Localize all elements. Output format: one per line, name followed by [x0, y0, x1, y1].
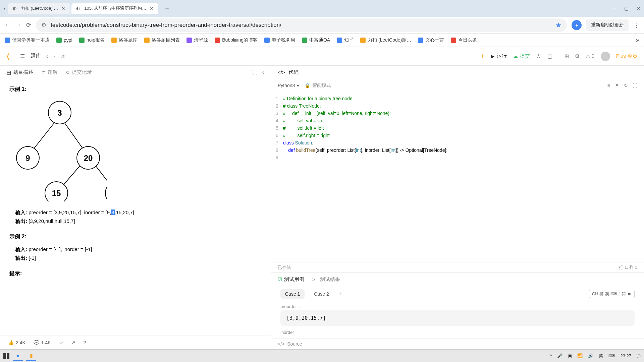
- maximize-button[interactable]: ▢: [624, 6, 629, 11]
- bookmark-item[interactable]: 今日头条: [451, 37, 477, 43]
- reload-button[interactable]: ⟳: [26, 21, 31, 29]
- example1-io: 输入: preorder = [3,9,20,15,7], inorder = …: [15, 208, 261, 225]
- layout-icon[interactable]: ⊞: [565, 53, 569, 59]
- timer-icon[interactable]: ⏱: [536, 53, 541, 59]
- minimize-button[interactable]: —: [611, 6, 616, 11]
- smart-mode-label[interactable]: 🔒 智能模式: [305, 82, 331, 88]
- tray-wifi-icon[interactable]: 📶: [577, 353, 583, 358]
- new-tab-button[interactable]: +: [162, 3, 172, 14]
- expand-icon[interactable]: ⛶: [252, 69, 258, 75]
- bookmark-item[interactable]: 洛谷题目列表: [144, 37, 180, 43]
- tray-clock[interactable]: 23:27: [620, 353, 631, 358]
- format-icon[interactable]: ≡: [607, 83, 610, 88]
- bookmark-icon: [144, 38, 150, 43]
- ime-indicator[interactable]: CH 拼 英 ⌨ ,' 简 ☻: [589, 290, 635, 298]
- problem-body[interactable]: 示例 1: 3 9 20 15 7 输入: preorder = [3,9,20…: [0, 79, 271, 336]
- tray-ime[interactable]: 英: [599, 353, 603, 359]
- bookmark-item[interactable]: noip报名: [79, 37, 105, 43]
- tips-label: 提示:: [9, 270, 261, 277]
- run-button[interactable]: ▶ 运行: [491, 53, 507, 59]
- taskbar-chrome[interactable]: ●: [13, 351, 23, 361]
- preorder-input[interactable]: [3,9,20,15,7]: [280, 310, 635, 326]
- tab-favicon-icon: ◐: [76, 6, 82, 11]
- shuffle-icon[interactable]: ⤭: [61, 53, 65, 59]
- prev-problem-button[interactable]: ‹: [46, 53, 48, 59]
- bookmark-star-icon[interactable]: ★: [555, 21, 561, 29]
- bookmark-item[interactable]: 文心一言: [418, 37, 444, 43]
- fullscreen-icon[interactable]: ⛶: [633, 83, 637, 88]
- add-case-button[interactable]: +: [338, 291, 342, 298]
- bookmark-item[interactable]: pypi: [56, 38, 72, 43]
- bookmark-icon: [215, 38, 220, 43]
- avatar[interactable]: [601, 52, 610, 61]
- tray-volume-icon[interactable]: 🔊: [588, 353, 593, 358]
- source-row[interactable]: </> Source: [271, 338, 644, 349]
- browser-tab[interactable]: ◐ 力扣 (LeetCode) … ✕: [8, 3, 70, 14]
- sparkle-icon[interactable]: ✦: [480, 53, 485, 59]
- bookmark-icon: [56, 38, 62, 43]
- bookmark-item[interactable]: 中富通OA: [302, 37, 330, 43]
- profile-icon[interactable]: ●: [572, 20, 582, 30]
- tab-test-results[interactable]: >_ 测试结果: [312, 276, 340, 283]
- settings-icon[interactable]: ⚙: [575, 53, 580, 59]
- svg-text:15: 15: [52, 189, 61, 198]
- code-editor[interactable]: 123456789 # Definition for a binary tree…: [271, 92, 644, 262]
- tab-dropdown-icon[interactable]: ▾: [3, 6, 5, 11]
- collapse-left-icon[interactable]: ‹: [262, 69, 264, 75]
- bookmark-item[interactable]: 知乎: [337, 37, 354, 43]
- bookmark-item[interactable]: 清华源: [186, 37, 208, 43]
- language-row: Python3 ▾ 🔒 智能模式 ≡ ⚑ ↻ ⛶: [271, 79, 644, 92]
- bookmark-item[interactable]: 洛谷题库: [111, 37, 138, 43]
- code-content[interactable]: # Definition for a binary tree node. # c…: [283, 95, 644, 259]
- reset-icon[interactable]: ↻: [624, 83, 628, 88]
- site-settings-icon[interactable]: ⚙: [41, 21, 46, 28]
- case-tab-1[interactable]: Case 1: [280, 289, 305, 299]
- tab-solution[interactable]: ⚗ 题解: [41, 69, 58, 75]
- forward-button[interactable]: →: [15, 21, 21, 28]
- tab-description[interactable]: ▤ 题目描述: [7, 69, 33, 75]
- taskbar-explorer[interactable]: ▮: [26, 351, 36, 361]
- next-problem-button[interactable]: ›: [53, 53, 55, 59]
- preorder-label: preorder =: [280, 304, 635, 309]
- comments-button[interactable]: 💬1.4K: [34, 340, 51, 345]
- like-button[interactable]: 👍2.4K: [8, 340, 25, 345]
- tray-chevron-icon[interactable]: ^: [550, 353, 552, 358]
- close-window-button[interactable]: ✕: [637, 6, 641, 11]
- restart-update-button[interactable]: 重新启动以更新: [586, 19, 629, 31]
- bookmark-item[interactable]: Bubbliiiing的博客: [215, 37, 258, 43]
- leetcode-logo-icon[interactable]: ⟨: [7, 52, 15, 60]
- start-button[interactable]: [3, 353, 9, 359]
- svg-rect-15: [3, 353, 6, 356]
- tab-close-icon[interactable]: ✕: [61, 6, 65, 11]
- bookmark-icon[interactable]: ⚑: [615, 83, 619, 88]
- language-select[interactable]: Python3 ▾: [278, 83, 299, 88]
- tree-diagram: 3 9 20 15 7: [9, 98, 107, 201]
- case-tab-2[interactable]: Case 2: [309, 289, 333, 299]
- note-icon[interactable]: ▢: [547, 53, 552, 59]
- bookmarks-overflow-icon[interactable]: »: [636, 37, 639, 44]
- bookmark-item[interactable]: 电子税务局: [264, 37, 295, 43]
- submit-button[interactable]: ☁ 提交: [513, 53, 530, 59]
- fire-count[interactable]: ♨ 0: [586, 53, 595, 59]
- tab-test-cases[interactable]: ☑ 测试用例: [278, 276, 304, 283]
- share-button[interactable]: ↗: [71, 340, 75, 345]
- browser-menu-icon[interactable]: ⋮: [633, 21, 639, 29]
- tab-close-icon[interactable]: ✕: [150, 6, 154, 11]
- help-button[interactable]: ?: [84, 340, 86, 345]
- svg-point-13: [105, 182, 107, 201]
- plus-member-link[interactable]: Plus 会员: [616, 53, 637, 59]
- tray-mic-icon[interactable]: 🎤: [557, 353, 562, 358]
- url-bar[interactable]: ⚙ leetcode.cn/problems/construct-binary-…: [36, 18, 567, 32]
- bookmark-item[interactable]: 力扣 (LeetCode)题…: [360, 37, 411, 43]
- favorite-button[interactable]: ☆: [59, 340, 63, 345]
- tab-submissions[interactable]: ↻ 提交记录: [66, 69, 92, 75]
- bookmark-item[interactable]: 信息学奥赛一本通: [5, 37, 50, 43]
- tray-notifications-icon[interactable]: ▢: [637, 353, 641, 358]
- library-link[interactable]: 题库: [30, 53, 41, 60]
- tray-keyboard-icon[interactable]: ⌨: [608, 353, 615, 358]
- tray-battery-icon[interactable]: ▣: [568, 353, 572, 358]
- browser-tab-active[interactable]: ◐ 105. 从前序与中序遍历序列构… ✕: [71, 3, 158, 14]
- back-button[interactable]: ←: [5, 21, 11, 28]
- menu-list-icon[interactable]: ☰: [20, 53, 25, 59]
- terminal-icon: >_: [312, 277, 318, 282]
